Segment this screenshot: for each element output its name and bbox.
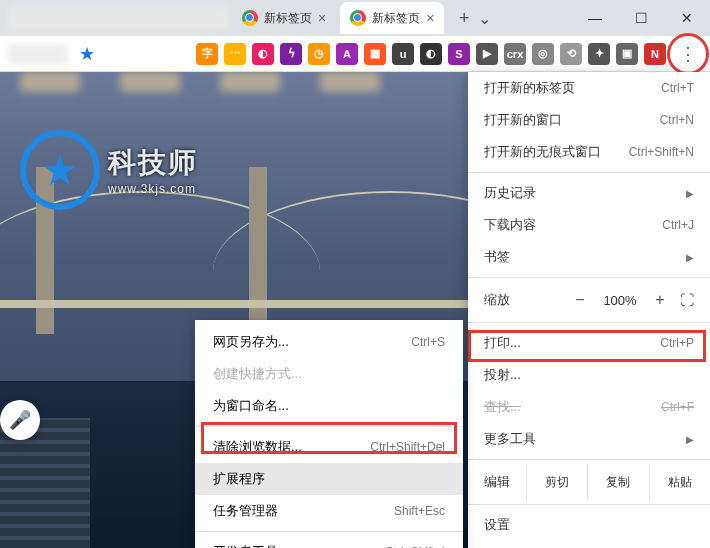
extension-icon[interactable]: N (644, 43, 666, 65)
menu-shortcut: Ctrl+N (660, 113, 694, 127)
extension-icon[interactable]: 字 (196, 43, 218, 65)
watermark-subtitle: www.3kjs.com (108, 182, 198, 196)
menu-label: 创建快捷方式... (213, 365, 302, 383)
menu-label: 历史记录 (484, 184, 536, 202)
menu-label: 设置 (484, 516, 510, 534)
menu-label: 缩放 (484, 291, 560, 309)
chevron-right-icon: ▶ (686, 188, 694, 199)
menu-find[interactable]: 查找... Ctrl+F (468, 391, 710, 423)
menu-zoom-row: 缩放 − 100% + ⛶ (468, 282, 710, 318)
menu-shortcut: Ctrl+P (660, 336, 694, 350)
menu-label: 开发者工具 (213, 543, 278, 548)
extension-icon[interactable]: ⋯ (224, 43, 246, 65)
menu-more-tools[interactable]: 更多工具 ▶ (468, 423, 710, 455)
menu-label: 任务管理器 (213, 502, 278, 520)
menu-separator (468, 504, 710, 505)
menu-label: 投射... (484, 366, 521, 384)
close-icon[interactable]: × (318, 10, 326, 26)
close-icon[interactable]: × (426, 10, 434, 26)
menu-label: 打开新的无痕式窗口 (484, 143, 601, 161)
menu-new-window[interactable]: 打开新的窗口 Ctrl+N (468, 104, 710, 136)
menu-separator (468, 322, 710, 323)
voice-search-button[interactable]: 🎤 (0, 400, 40, 440)
extension-icon[interactable]: ◎ (532, 43, 554, 65)
menu-label: 编辑 (468, 473, 526, 491)
zoom-in-button[interactable]: + (650, 291, 670, 309)
extension-icon[interactable]: S (448, 43, 470, 65)
fullscreen-icon[interactable]: ⛶ (680, 292, 694, 308)
more-tools-submenu: 网页另存为... Ctrl+S 创建快捷方式... 为窗口命名... 清除浏览数… (195, 320, 463, 548)
menu-label: 清除浏览数据... (213, 438, 302, 456)
submenu-task-manager[interactable]: 任务管理器 Shift+Esc (195, 495, 463, 527)
menu-shortcut: Ctrl+Shift+N (629, 145, 694, 159)
menu-incognito[interactable]: 打开新的无痕式窗口 Ctrl+Shift+N (468, 136, 710, 168)
zoom-out-button[interactable]: − (570, 291, 590, 309)
menu-separator (468, 277, 710, 278)
menu-print[interactable]: 打印... Ctrl+P (468, 327, 710, 359)
menu-downloads[interactable]: 下载内容 Ctrl+J (468, 209, 710, 241)
menu-label: 打印... (484, 334, 521, 352)
menu-cast[interactable]: 投射... (468, 359, 710, 391)
menu-label: 为窗口命名... (213, 397, 289, 415)
menu-help[interactable]: 帮助 ▶ (468, 541, 710, 548)
menu-settings[interactable]: 设置 (468, 509, 710, 541)
extension-icon[interactable]: crx (504, 43, 526, 65)
submenu-clear-data[interactable]: 清除浏览数据... Ctrl+Shift+Del (195, 431, 463, 463)
menu-history[interactable]: 历史记录 ▶ (468, 177, 710, 209)
blurred-area (8, 6, 228, 30)
menu-label: 更多工具 (484, 430, 536, 448)
extension-icon[interactable]: ◷ (308, 43, 330, 65)
menu-shortcut: Ctrl+Shift+Del (370, 440, 445, 454)
menu-separator (468, 172, 710, 173)
chrome-icon (350, 10, 366, 26)
browser-tab-active[interactable]: 新标签页 × (340, 2, 444, 34)
menu-label: 扩展程序 (213, 470, 265, 488)
extension-icon[interactable]: ◐ (420, 43, 442, 65)
new-tab-button[interactable]: + (450, 4, 478, 32)
extension-icon[interactable]: ▶ (476, 43, 498, 65)
chevron-right-icon: ▶ (686, 252, 694, 263)
copy-button[interactable]: 复制 (587, 464, 648, 500)
extension-icon[interactable]: ϟ (280, 43, 302, 65)
menu-label: 下载内容 (484, 216, 536, 234)
maximize-button[interactable]: ☐ (618, 2, 664, 34)
browser-tab[interactable]: 新标签页 × (232, 2, 336, 34)
extension-icon[interactable]: ▦ (364, 43, 386, 65)
menu-label: 网页另存为... (213, 333, 289, 351)
chrome-menu-button[interactable]: ⋮ (674, 40, 702, 68)
close-window-button[interactable]: ✕ (664, 2, 710, 34)
cut-button[interactable]: 剪切 (526, 464, 587, 500)
watermark: ★ 科技师 www.3kjs.com (20, 130, 198, 210)
menu-new-tab[interactable]: 打开新的标签页 Ctrl+T (468, 72, 710, 104)
submenu-name-window[interactable]: 为窗口命名... (195, 390, 463, 422)
extension-icon[interactable]: u (392, 43, 414, 65)
menu-label: 查找... (484, 398, 521, 416)
minimize-button[interactable]: — (572, 2, 618, 34)
zoom-value: 100% (600, 293, 640, 308)
bookmark-star-icon[interactable]: ★ (76, 43, 98, 65)
menu-bookmarks[interactable]: 书签 ▶ (468, 241, 710, 273)
menu-shortcut: Ctrl+J (662, 218, 694, 232)
extension-icon[interactable]: ▣ (616, 43, 638, 65)
window-controls: — ☐ ✕ (572, 2, 710, 34)
submenu-save-page[interactable]: 网页另存为... Ctrl+S (195, 326, 463, 358)
submenu-dev-tools[interactable]: 开发者工具 Ctrl+Shift+I (195, 536, 463, 548)
toolbar: ★ 字⋯◐ϟ◷A▦u◐S▶crx◎⟲✦▣N ⋮ (0, 36, 710, 72)
tab-dropdown-icon[interactable]: ⌄ (478, 9, 491, 28)
extension-icon[interactable]: ◐ (252, 43, 274, 65)
paste-button[interactable]: 粘贴 (649, 464, 710, 500)
menu-label: 书签 (484, 248, 510, 266)
extensions-row: 字⋯◐ϟ◷A▦u◐S▶crx◎⟲✦▣N (196, 43, 666, 65)
tab-title: 新标签页 (264, 10, 312, 27)
menu-separator (195, 426, 463, 427)
menu-separator (195, 531, 463, 532)
menu-label: 打开新的窗口 (484, 111, 562, 129)
extension-icon[interactable]: ⟲ (560, 43, 582, 65)
menu-separator (468, 459, 710, 460)
menu-shortcut: Ctrl+T (661, 81, 694, 95)
submenu-extensions[interactable]: 扩展程序 (195, 463, 463, 495)
menu-label: 打开新的标签页 (484, 79, 575, 97)
tab-title: 新标签页 (372, 10, 420, 27)
extension-icon[interactable]: A (336, 43, 358, 65)
extension-icon[interactable]: ✦ (588, 43, 610, 65)
